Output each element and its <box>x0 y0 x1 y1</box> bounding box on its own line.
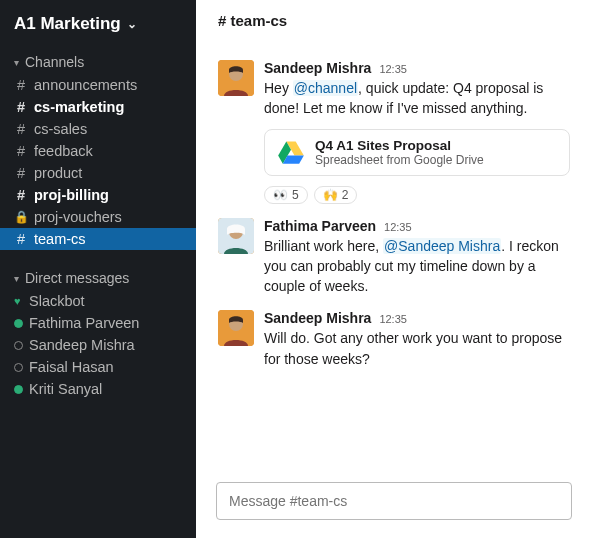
hash-icon: # <box>14 77 28 93</box>
channel-label: proj-billing <box>34 187 109 203</box>
workspace-name: A1 Marketing <box>14 14 121 34</box>
dm-label: Fathima Parveen <box>29 315 139 331</box>
dms-section-header[interactable]: ▾ Direct messages <box>0 260 196 290</box>
avatar[interactable] <box>218 60 254 96</box>
channel-label: product <box>34 165 82 181</box>
dm-label: Sandeep Mishra <box>29 337 135 353</box>
heart-icon: ♥ <box>14 295 23 307</box>
composer-area <box>196 478 592 538</box>
chevron-down-icon: ⌄ <box>127 17 137 31</box>
reaction[interactable]: 👀5 <box>264 186 308 204</box>
hash-icon: # <box>14 121 28 137</box>
message-time: 12:35 <box>379 313 407 325</box>
message-body: Sandeep Mishra12:35Hey @channel, quick u… <box>264 60 570 204</box>
dm-label: Kriti Sanyal <box>29 381 102 397</box>
dm-faisal-hasan[interactable]: Faisal Hasan <box>0 356 196 378</box>
message-body: Sandeep Mishra12:35Will do. Got any othe… <box>264 310 570 369</box>
channel-label: cs-sales <box>34 121 87 137</box>
message-time: 12:35 <box>384 221 412 233</box>
channels-label: Channels <box>25 54 84 70</box>
hash-icon: # <box>14 187 28 203</box>
message: Fathima Parveen12:35Brilliant work here,… <box>214 208 574 301</box>
channel-label: team-cs <box>34 231 86 247</box>
dms-list: ♥SlackbotFathima ParveenSandeep MishraFa… <box>0 290 196 400</box>
channel-cs-marketing[interactable]: #cs-marketing <box>0 96 196 118</box>
channel-proj-vouchers[interactable]: 🔒proj-vouchers <box>0 206 196 228</box>
message-list: Sandeep Mishra12:35Hey @channel, quick u… <box>196 44 592 478</box>
dm-kriti-sanyal[interactable]: Kriti Sanyal <box>0 378 196 400</box>
channel-proj-billing[interactable]: #proj-billing <box>0 184 196 206</box>
google-drive-icon <box>277 138 305 166</box>
channel-feedback[interactable]: #feedback <box>0 140 196 162</box>
channel-label: announcements <box>34 77 137 93</box>
hash-icon: # <box>14 143 28 159</box>
message: Sandeep Mishra12:35Hey @channel, quick u… <box>214 50 574 208</box>
presence-online-icon <box>14 319 23 328</box>
attachment[interactable]: Q4 A1 Sites ProposalSpreadsheet from Goo… <box>264 129 570 176</box>
dm-slackbot[interactable]: ♥Slackbot <box>0 290 196 312</box>
message-text: Hey @channel, quick update: Q4 proposal … <box>264 78 570 119</box>
message: Sandeep Mishra12:35Will do. Got any othe… <box>214 300 574 373</box>
mention[interactable]: @Sandeep Mishra <box>383 238 501 254</box>
presence-online-icon <box>14 385 23 394</box>
message-body: Fathima Parveen12:35Brilliant work here,… <box>264 218 570 297</box>
caret-down-icon: ▾ <box>14 57 19 68</box>
avatar[interactable] <box>218 310 254 346</box>
reactions: 👀5🙌2 <box>264 186 570 204</box>
avatar[interactable] <box>218 218 254 254</box>
message-author[interactable]: Fathima Parveen <box>264 218 376 234</box>
sidebar: A1 Marketing ⌄ ▾ Channels #announcements… <box>0 0 196 538</box>
hash-icon: # <box>14 99 28 115</box>
channel-announcements[interactable]: #announcements <box>0 74 196 96</box>
channel-header[interactable]: # team-cs <box>196 0 592 44</box>
presence-offline-icon <box>14 363 23 372</box>
dm-sandeep-mishra[interactable]: Sandeep Mishra <box>0 334 196 356</box>
caret-down-icon: ▾ <box>14 273 19 284</box>
dm-label: Faisal Hasan <box>29 359 114 375</box>
channels-section-header[interactable]: ▾ Channels <box>0 44 196 74</box>
channels-list: #announcements#cs-marketing#cs-sales#fee… <box>0 74 196 250</box>
channel-product[interactable]: #product <box>0 162 196 184</box>
reaction-count: 2 <box>342 188 349 202</box>
reaction-emoji: 🙌 <box>323 188 338 202</box>
message-time: 12:35 <box>379 63 407 75</box>
attachment-title: Q4 A1 Sites Proposal <box>315 138 484 153</box>
channel-label: proj-vouchers <box>34 209 122 225</box>
message-author[interactable]: Sandeep Mishra <box>264 310 371 326</box>
mention[interactable]: @channel <box>293 80 358 96</box>
hash-icon: # <box>14 165 28 181</box>
message-text: Will do. Got any other work you want to … <box>264 328 570 369</box>
channel-label: cs-marketing <box>34 99 124 115</box>
reaction[interactable]: 🙌2 <box>314 186 358 204</box>
channel-cs-sales[interactable]: #cs-sales <box>0 118 196 140</box>
dms-label: Direct messages <box>25 270 129 286</box>
message-text: Brilliant work here, @Sandeep Mishra. I … <box>264 236 570 297</box>
message-input[interactable] <box>216 482 572 520</box>
message-author[interactable]: Sandeep Mishra <box>264 60 371 76</box>
reaction-emoji: 👀 <box>273 188 288 202</box>
workspace-switcher[interactable]: A1 Marketing ⌄ <box>0 8 196 44</box>
dm-label: Slackbot <box>29 293 85 309</box>
dm-fathima-parveen[interactable]: Fathima Parveen <box>0 312 196 334</box>
reaction-count: 5 <box>292 188 299 202</box>
hash-icon: # <box>14 231 28 247</box>
presence-offline-icon <box>14 341 23 350</box>
lock-icon: 🔒 <box>14 210 28 224</box>
channel-name: # team-cs <box>218 12 287 29</box>
attachment-subtitle: Spreadsheet from Google Drive <box>315 153 484 167</box>
channel-label: feedback <box>34 143 93 159</box>
channel-team-cs[interactable]: #team-cs <box>0 228 196 250</box>
main-pane: # team-cs Sandeep Mishra12:35Hey @channe… <box>196 0 592 538</box>
